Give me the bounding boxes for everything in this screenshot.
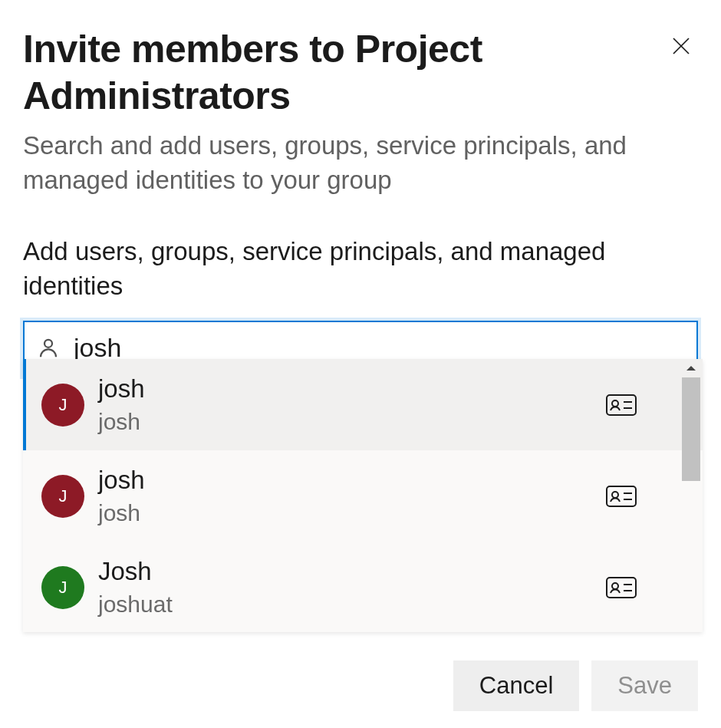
suggestion-secondary: josh (98, 407, 606, 436)
contact-card-icon (606, 394, 637, 416)
svg-point-12 (612, 583, 618, 589)
suggestion-primary: josh (98, 465, 606, 496)
svg-rect-11 (607, 578, 636, 598)
close-icon (670, 35, 693, 58)
suggestion-primary: josh (98, 374, 606, 404)
dialog-title: Invite members to Project Administrators (23, 26, 637, 120)
contact-card-icon (606, 486, 637, 507)
svg-rect-3 (607, 395, 636, 415)
scrollbar-thumb[interactable] (682, 377, 700, 481)
avatar: J (41, 384, 84, 427)
chevron-up-icon (686, 364, 696, 372)
suggestion-secondary: joshuat (98, 590, 606, 619)
suggestion-secondary: josh (98, 499, 606, 528)
suggestion-text: Josh joshuat (98, 556, 606, 618)
scroll-up-button[interactable] (680, 359, 703, 377)
suggestion-item[interactable]: J josh josh (23, 450, 703, 542)
svg-rect-7 (607, 486, 636, 506)
suggestion-text: josh josh (98, 465, 606, 527)
close-button[interactable] (664, 29, 698, 63)
svg-point-4 (612, 400, 618, 407)
scrollbar-track[interactable] (680, 377, 703, 632)
svg-point-8 (612, 492, 618, 498)
suggestion-text: josh josh (98, 374, 606, 436)
contact-card-icon (606, 577, 637, 598)
cancel-button[interactable]: Cancel (453, 660, 580, 711)
suggestion-item[interactable]: J josh josh (23, 359, 703, 450)
suggestion-primary: Josh (98, 556, 606, 587)
identity-suggestions-dropdown: J josh josh J josh josh (23, 359, 703, 632)
avatar: J (41, 566, 84, 609)
dialog-footer: Cancel Save (453, 660, 698, 711)
dialog-subtitle: Search and add users, groups, service pr… (23, 129, 637, 198)
save-button[interactable]: Save (591, 660, 698, 711)
search-field-label: Add users, groups, service principals, a… (23, 235, 698, 304)
dialog-header: Invite members to Project Administrators… (23, 26, 698, 198)
suggestion-item[interactable]: J Josh joshuat (23, 542, 703, 632)
avatar: J (41, 475, 84, 518)
